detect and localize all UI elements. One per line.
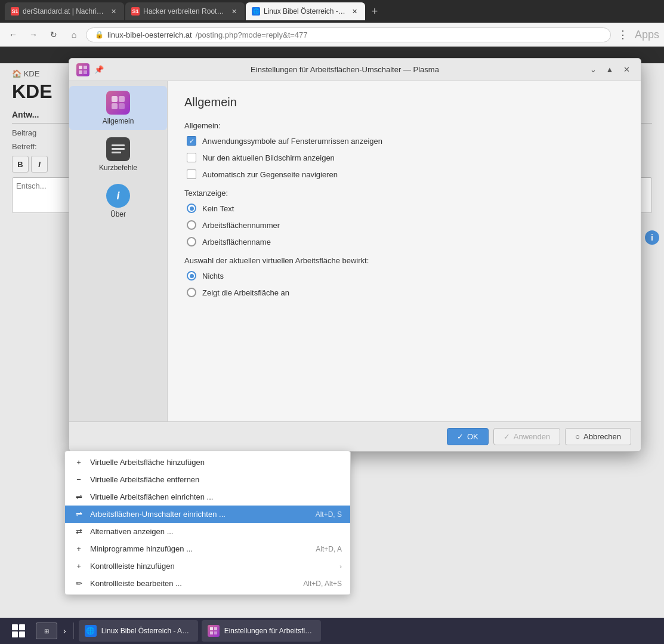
dialog-body: Allgemein Kurzbefehle i Über [69,81,641,421]
svg-rect-10 [112,152,121,153]
taskbar-window-settings[interactable]: Einstellungen für Arbeitsflächen-U... [202,620,321,642]
edit-panel-icon: ✏ [73,579,84,588]
svg-rect-4 [112,96,118,102]
add-widget-label: Miniprogramme hinzufügen ... [90,544,310,553]
checkbox-2[interactable] [187,153,196,162]
address-input[interactable]: 🔒 linux-bibel-oesterreich.at/posting.php… [86,27,611,42]
radio-row-2: Arbeitsflächennummer [184,220,624,230]
tab-1-close[interactable]: ✕ [109,7,118,16]
tab-2[interactable]: S1 Hacker verbreiten Rootkit m... ✕ [125,2,245,20]
taskbar-chevron-icon[interactable]: › [61,626,69,636]
menu-item-show-alternatives[interactable]: ⇄ Alternativen anzeigen ... [65,523,350,540]
ok-icon: ✓ [457,432,464,441]
dialog-pin-icon[interactable]: 📌 [94,65,104,74]
add-panel-label: Kontrollleiste hinzufügen [90,562,333,571]
radio-auswahl-row-2: Zeigt die Arbeitsfläche an [184,288,624,297]
browser-chrome: S1 derStandard.at | Nachrichte... ✕ S1 H… [0,0,664,47]
sidebar-ueber-label: Über [110,210,126,218]
svg-rect-12 [214,627,217,630]
taskbar: ⊞ › 🌐 Linux Bibel Österreich - Antwort e… [0,618,664,644]
sidebar-item-ueber[interactable]: i Über [69,179,167,223]
tab-1-favicon: S1 [11,7,19,16]
home-button[interactable]: ⌂ [66,26,82,43]
radio-auswahl-2-label: Zeigt die Arbeitsfläche an [202,288,289,297]
bold-button[interactable]: B [12,156,29,172]
tab-3-favicon: 🌐 [252,7,260,16]
textanzeige-label: Textanzeige: [184,189,624,198]
checkbox-row-3: Automatisch zur Gegenseite navigieren [184,170,624,179]
dialog-sidebar: Allgemein Kurzbefehle i Über [69,81,168,421]
menu-item-configure-switcher[interactable]: ⇌ Arbeitsflächen-Umschalter einrichten .… [65,506,350,523]
checkbox-3[interactable] [187,170,196,179]
add-virtual-icon: + [73,458,84,467]
tab-1[interactable]: S1 derStandard.at | Nachrichte... ✕ [5,2,124,20]
radio-auswahl-1[interactable] [187,271,196,281]
taskbar-window-browser[interactable]: 🌐 Linux Bibel Österreich - Antwort er... [79,620,198,642]
address-domain: linux-bibel-oesterreich.at [107,30,192,39]
dialog-close-button[interactable]: ✕ [619,63,634,77]
dialog-minimize-button[interactable]: ⌄ [586,63,600,77]
radio-3[interactable] [187,237,196,246]
menu-item-remove-virtual[interactable]: − Virtuelle Arbeitsfläche entfernen [65,471,350,488]
tab-1-title: derStandard.at | Nachrichte... [23,7,105,16]
dialog-title: Einstellungen für Arbeitsflächen-Umschal… [109,65,581,74]
radio-auswahl-2[interactable] [187,288,196,297]
svg-rect-8 [112,144,125,146]
radio-1[interactable] [187,204,196,213]
menu-item-add-widget[interactable]: + Miniprogramme hinzufügen ... Alt+D, A [65,540,350,557]
reload-button[interactable]: ↻ [45,26,62,43]
tab-3[interactable]: 🌐 Linux Bibel Österreich - Antv... ✕ [246,2,365,20]
sidebar-item-allgemein[interactable]: Allgemein [69,86,167,130]
italic-button[interactable]: I [31,156,48,172]
svg-rect-5 [119,96,125,102]
general-group-label: Allgemein: [184,121,624,130]
configure-virtual-icon: ⇌ [73,492,84,501]
checkbox-1[interactable] [187,136,196,146]
ok-label: OK [467,432,478,441]
settings-dialog: 📌 Einstellungen für Arbeitsflächen-Umsch… [69,58,641,452]
svg-rect-3 [84,70,87,74]
tab-3-title: Linux Bibel Österreich - Antv... [264,7,346,16]
apps-label[interactable]: Apps [635,29,659,41]
context-menu: + Virtuelle Arbeitsfläche hinzufügen − V… [64,451,351,595]
tab-3-close[interactable]: ✕ [350,7,359,16]
cancel-label: Abbrechen [583,432,621,441]
taskbar-window-settings-icon [208,625,220,637]
forward-button[interactable]: → [25,26,42,43]
kurzbefehle-icon [106,137,130,161]
cancel-icon: ○ [575,432,580,441]
dialog-maximize-button[interactable]: ▲ [603,63,617,77]
info-icon[interactable]: i [645,230,659,245]
ok-button[interactable]: ✓ OK [447,428,489,445]
taskbar-apps-button[interactable] [5,620,32,642]
extensions-button[interactable]: ⋮ [614,26,631,43]
radio-2[interactable] [187,220,196,230]
configure-switcher-label: Arbeitsflächen-Umschalter einrichten ... [90,510,310,519]
tab-bar: S1 derStandard.at | Nachrichte... ✕ S1 H… [0,0,664,23]
sidebar-allgemein-label: Allgemein [103,117,134,125]
radio-row-1: Kein Text [184,204,624,213]
new-tab-button[interactable]: + [366,3,383,20]
svg-rect-0 [79,66,82,69]
sidebar-item-kurzbefehle[interactable]: Kurzbefehle [69,133,167,177]
menu-item-add-virtual[interactable]: + Virtuelle Arbeitsfläche hinzufügen [65,454,350,471]
menu-item-add-panel[interactable]: + Kontrollleiste hinzufügen › [65,557,350,575]
svg-rect-1 [84,66,87,69]
ueber-icon: i [106,184,130,208]
menu-item-edit-panel[interactable]: ✏ Kontrollleiste bearbeiten ... Alt+D, A… [65,575,350,592]
cancel-button[interactable]: ○ Abbrechen [565,428,631,445]
configure-switcher-icon: ⇌ [73,510,84,519]
allgemein-icon [106,91,130,115]
taskbar-pager[interactable]: ⊞ [36,623,57,639]
apply-button[interactable]: ✓ Anwenden [493,428,560,445]
configure-virtual-label: Virtuelle Arbeitsflächen einrichten ... [90,492,336,501]
menu-item-configure-virtual[interactable]: ⇌ Virtuelle Arbeitsflächen einrichten ..… [65,488,350,506]
show-alternatives-label: Alternativen anzeigen ... [90,527,336,536]
radio-auswahl-1-label: Nichts [202,272,224,281]
radio-row-3: Arbeitsflächenname [184,237,624,246]
configure-switcher-shortcut: Alt+D, S [316,510,342,519]
taskbar-window-browser-title: Linux Bibel Österreich - Antwort er... [101,627,192,635]
dialog-titlebar: 📌 Einstellungen für Arbeitsflächen-Umsch… [69,58,641,81]
back-button[interactable]: ← [5,26,21,43]
tab-2-close[interactable]: ✕ [229,7,239,16]
